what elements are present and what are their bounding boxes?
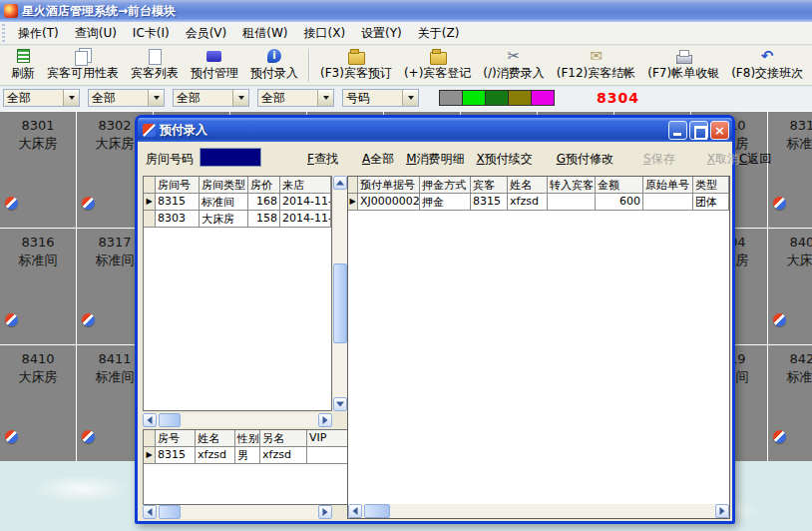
dialog-field-row: 房间号码 F查找 A全部 M消费明细 X预付续交 G预付修改 S保存 — [138, 142, 732, 175]
maximize-button[interactable] — [689, 121, 708, 140]
dialog-actions: F查找 A全部 M消费明细 X预付续交 G预付修改 S保存 X取消 C返回 — [297, 151, 771, 168]
chevron-down-icon[interactable] — [148, 90, 164, 106]
toolbar-button[interactable]: (+)宾客登记 — [398, 46, 477, 85]
toolbar-icon — [505, 48, 523, 64]
app-icon — [4, 4, 18, 18]
menu-item[interactable]: 查询(U) — [67, 23, 125, 44]
status-color-swatch[interactable] — [531, 90, 555, 106]
toolbar-icon — [429, 48, 447, 64]
status-color-swatch[interactable] — [485, 90, 509, 106]
status-color-swatch[interactable] — [462, 90, 486, 106]
scroll-down-icon[interactable] — [333, 397, 347, 411]
table-row[interactable]: 8303 大床房 158 2014-11-06 — [144, 211, 331, 228]
dialog-action-button[interactable]: M消费明细 — [406, 151, 464, 168]
dialog-action-button[interactable]: A全部 — [362, 151, 394, 168]
minimize-button[interactable] — [668, 121, 687, 140]
dialog-title: 预付录入 — [160, 122, 666, 139]
status-legend — [439, 90, 554, 106]
toolbar-button[interactable]: (F8)交接班次 — [725, 46, 809, 85]
dialog-action-button[interactable]: F查找 — [307, 151, 338, 168]
guests-table-hscrollbar[interactable] — [143, 505, 332, 519]
room-status-icon — [773, 430, 786, 443]
prepay-entry-dialog: 预付录入 × 房间号码 F查找 A全部 M消费明细 X预付续交 — [135, 115, 735, 524]
dialog-action-button[interactable]: C返回 — [739, 151, 771, 168]
scroll-up-icon[interactable] — [333, 176, 347, 190]
scroll-right-icon[interactable] — [318, 413, 332, 427]
chevron-down-icon[interactable] — [232, 90, 248, 106]
menu-item[interactable]: 操作(T) — [10, 23, 67, 44]
scrollbar-thumb[interactable] — [364, 504, 390, 518]
window-titlebar: 星火酒店管理系统→前台模块 — [0, 0, 812, 22]
chevron-down-icon[interactable] — [317, 90, 333, 106]
records-table-hscrollbar[interactable] — [348, 504, 729, 518]
status-color-swatch[interactable] — [439, 90, 463, 106]
toolbar-button[interactable]: (F7)帐单收银 — [641, 46, 725, 85]
scroll-left-icon[interactable] — [143, 413, 157, 427]
scrollbar-thumb[interactable] — [333, 264, 347, 343]
scrollbar-thumb[interactable] — [159, 413, 181, 427]
scroll-right-icon[interactable] — [318, 505, 332, 519]
filter-combo[interactable]: 号码 — [342, 89, 419, 107]
room-cell[interactable]: 8301 大床房 — [0, 111, 76, 227]
toolbar-button[interactable]: (/)消费录入 — [477, 46, 550, 85]
chevron-down-icon[interactable] — [402, 90, 418, 106]
application-window: 星火酒店管理系统→前台模块 操作(T)查询(U)IC卡(I)会员(V)租借(W)… — [0, 0, 812, 531]
table-row[interactable]: ▶ XJ0000002 押金 8315 xfzsd 600 团体 — [348, 194, 729, 211]
room-cell[interactable]: 8420 标准间 — [768, 344, 812, 460]
scrollbar-thumb[interactable] — [159, 505, 181, 519]
toolbar-icon — [674, 48, 692, 64]
table-row[interactable]: ▶ 8315 标准间 168 2014-11-06 — [144, 194, 331, 211]
filter-combo[interactable]: 全部 — [3, 89, 80, 107]
table-header-row: 房间号 房间类型 房价 来店 — [144, 177, 331, 194]
toolbar-button[interactable]: 宾客可用性表 — [41, 46, 125, 85]
toolbar-button[interactable]: (F12)宾客结帐 — [551, 46, 642, 85]
room-cell[interactable]: 8311 标准间 — [768, 111, 812, 227]
status-color-swatch[interactable] — [508, 90, 532, 106]
menu-item[interactable]: 会员(V) — [178, 23, 235, 44]
room-cell[interactable]: 8410 大床房 — [0, 344, 76, 460]
filter-bar: 全部 全部 全部 全部 号码 — [0, 87, 812, 111]
scroll-left-icon[interactable] — [348, 504, 362, 518]
rooms-table-hscrollbar[interactable] — [143, 413, 332, 427]
filter-combo[interactable]: 全部 — [88, 89, 165, 107]
filter-combo[interactable]: 全部 — [257, 89, 334, 107]
menu-item[interactable]: 接口(X) — [296, 23, 354, 44]
room-cell[interactable]: 8405 大床房 — [768, 228, 812, 343]
dialog-action-button[interactable]: S保存 — [643, 151, 675, 168]
room-status-icon — [5, 313, 18, 326]
menu-item[interactable]: 设置(Y) — [353, 23, 410, 44]
scroll-right-icon[interactable] — [715, 504, 729, 518]
menu-item[interactable]: 租借(W) — [234, 23, 295, 44]
menu-item[interactable]: 关于(Z) — [410, 23, 468, 44]
toolbar-button[interactable]: (F3)宾客预订 — [314, 46, 398, 85]
scroll-left-icon[interactable] — [143, 505, 157, 519]
chevron-down-icon[interactable] — [63, 90, 79, 106]
toolbar-icon — [17, 49, 30, 63]
rooms-table-vscrollbar[interactable] — [333, 176, 347, 411]
toolbar-button[interactable]: 预付管理 — [185, 46, 244, 85]
window-title: 星火酒店管理系统→前台模块 — [22, 3, 176, 20]
table-row[interactable]: ▶ 8315 xfzsd 男 xfzsd — [144, 447, 348, 464]
room-number: 8301 — [0, 118, 76, 133]
room-number-label: 房间号码 — [146, 151, 194, 168]
toolbar-gripper — [2, 24, 7, 42]
filter-combos: 全部 全部 全部 全部 号码 — [3, 89, 419, 107]
dialog-action-button[interactable]: G预付修改 — [557, 151, 613, 168]
room-status-icon — [82, 197, 95, 210]
dialog-action-button[interactable]: X预付续交 — [476, 151, 532, 168]
dialog-titlebar[interactable]: 预付录入 × — [138, 118, 732, 142]
toolbar-button[interactable]: 预付录入 — [244, 46, 304, 85]
room-status-icon — [5, 197, 18, 210]
room-status-icon — [82, 313, 95, 326]
toolbar-icon — [146, 48, 164, 64]
room-number-input[interactable] — [200, 148, 261, 167]
toolbar-button[interactable]: 宾客列表 — [125, 46, 185, 85]
table-header-row: 房号 姓名 性别 另名 VIP — [144, 430, 348, 447]
menu-item[interactable]: IC卡(I) — [125, 23, 178, 44]
dialog-action-button[interactable]: X取消 — [707, 151, 739, 168]
selected-room-number: 8304 — [597, 90, 639, 106]
room-cell[interactable]: 8316 标准间 — [0, 228, 76, 343]
toolbar-button[interactable]: 刷新 — [5, 46, 41, 85]
filter-combo[interactable]: 全部 — [173, 89, 249, 107]
close-icon[interactable]: × — [710, 121, 729, 140]
